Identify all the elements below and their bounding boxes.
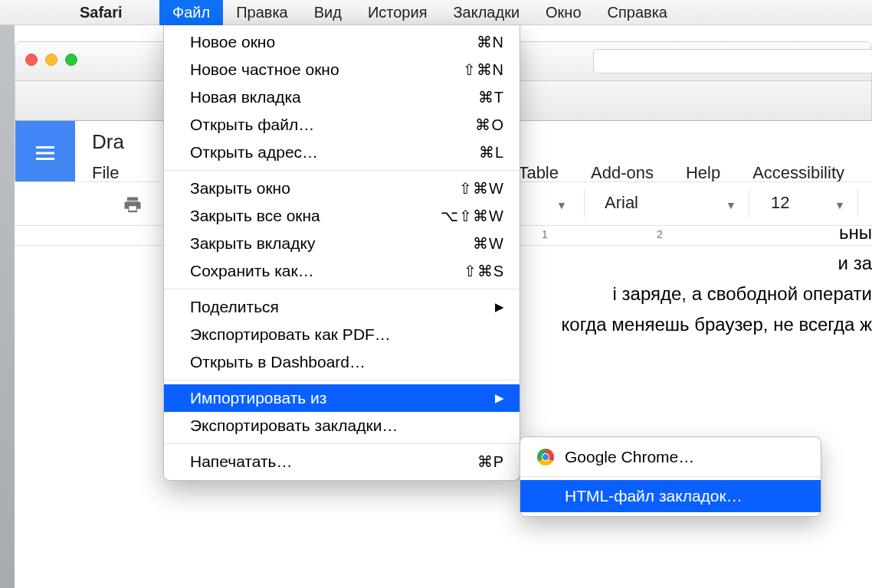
dropdown-arrow-icon[interactable]: ▼ — [726, 199, 736, 211]
window-traffic-lights — [25, 54, 77, 66]
menu-item-open-location[interactable]: Открыть адрес… ⌘L — [164, 139, 520, 166]
menu-item-open-file[interactable]: Открыть файл… ⌘O — [164, 111, 520, 139]
dropdown-arrow-icon[interactable]: ▼ — [556, 199, 567, 211]
window-zoom-button[interactable] — [65, 54, 77, 66]
toolbar-separator — [584, 190, 585, 217]
menu-item-close-all-windows[interactable]: Закрыть все окна ⌥⇧⌘W — [164, 202, 520, 230]
menubar-item-history[interactable]: История — [355, 0, 441, 25]
desktop-background-strip — [0, 25, 15, 588]
toolbar-separator — [749, 190, 749, 217]
menu-item-import-from[interactable]: Импортировать из ▶ — [164, 384, 520, 412]
toolbar-separator — [857, 190, 858, 217]
menu-item-shortcut: ⌘N — [477, 33, 504, 51]
svg-rect-0 — [36, 146, 54, 149]
menu-item-shortcut: ⌘T — [478, 88, 504, 106]
svg-rect-1 — [36, 152, 54, 155]
menu-item-export-bookmarks[interactable]: Экспортировать закладки… — [164, 412, 520, 439]
menu-item-shortcut: ⌘P — [477, 452, 504, 471]
ruler-mark: 1 — [542, 228, 548, 240]
menu-item-new-private-window[interactable]: Новое частное окно ⇧⌘N — [164, 56, 520, 83]
menu-item-shortcut: ⌥⇧⌘W — [441, 207, 504, 225]
text-line: и за — [838, 250, 872, 277]
gdoc-font-selector[interactable]: Arial — [605, 193, 638, 213]
menu-item-label: Напечатать… — [190, 452, 477, 471]
menu-item-label: Закрыть вкладку — [190, 234, 473, 253]
menu-separator — [164, 289, 520, 289]
menu-item-shortcut: ⌘O — [475, 116, 504, 134]
submenu-arrow-icon: ▶ — [495, 300, 504, 314]
text-line: когда меняешь браузер, не всегда ж — [562, 311, 872, 338]
print-icon[interactable] — [122, 194, 143, 214]
menu-separator — [164, 170, 520, 171]
menu-separator — [164, 443, 520, 444]
menu-item-close-window[interactable]: Закрыть окно ⇧⌘W — [164, 175, 520, 202]
menubar-app-name[interactable]: Safari — [80, 0, 123, 25]
ruler-mark: 2 — [657, 228, 663, 240]
menubar-item-view[interactable]: Вид — [301, 0, 355, 25]
menu-item-label: Новая вкладка — [190, 88, 478, 106]
menubar-item-window[interactable]: Окно — [533, 0, 594, 25]
submenu-item-label: Google Chrome… — [565, 448, 694, 466]
menu-item-label: Закрыть все окна — [190, 207, 441, 225]
menu-item-label: Новое частное окно — [190, 60, 463, 79]
text-line: ьны — [839, 219, 872, 247]
submenu-arrow-icon: ▶ — [495, 391, 504, 405]
mac-menubar: Safari Файл Правка Вид История Закладки … — [0, 0, 872, 25]
submenu-item-google-chrome[interactable]: Google Chrome… — [520, 441, 821, 473]
menu-item-label: Открыть адрес… — [190, 143, 479, 162]
menubar-items: Файл Правка Вид История Закладки Окно Сп… — [159, 0, 680, 25]
gdoc-fontsize-selector[interactable]: 12 — [771, 193, 789, 213]
menubar-item-file[interactable]: Файл — [159, 0, 223, 25]
menu-item-label: Открыть файл… — [190, 116, 475, 134]
submenu-item-label: HTML-файл закладок… — [565, 487, 743, 505]
file-menu-dropdown: Новое окно ⌘N Новое частное окно ⇧⌘N Нов… — [163, 25, 520, 481]
menu-item-shortcut: ⇧⌘W — [459, 179, 504, 198]
menu-item-print[interactable]: Напечатать… ⌘P — [164, 448, 520, 475]
menu-item-label: Открыть в Dashboard… — [190, 353, 504, 371]
menu-item-label: Новое окно — [190, 33, 477, 51]
gdoc-logo-icon[interactable] — [15, 121, 75, 185]
menu-item-share[interactable]: Поделиться ▶ — [164, 293, 520, 321]
menubar-item-bookmarks[interactable]: Закладки — [440, 0, 533, 25]
menu-item-new-tab[interactable]: Новая вкладка ⌘T — [164, 83, 520, 111]
menu-item-export-pdf[interactable]: Экспортировать как PDF… — [164, 321, 520, 348]
menu-item-save-as[interactable]: Сохранить как… ⇧⌘S — [164, 257, 520, 285]
menu-item-shortcut: ⇧⌘N — [463, 60, 504, 79]
menu-item-shortcut: ⌘W — [473, 234, 504, 253]
menu-item-label: Закрыть окно — [190, 179, 459, 198]
dropdown-arrow-icon[interactable]: ▼ — [834, 199, 845, 211]
chrome-icon — [537, 449, 554, 466]
submenu-item-html-bookmarks[interactable]: HTML-файл закладок… — [520, 480, 821, 512]
menu-item-shortcut: ⇧⌘S — [464, 262, 504, 280]
menu-separator — [164, 380, 520, 381]
menu-item-label: Экспортировать как PDF… — [190, 325, 504, 344]
import-from-submenu: Google Chrome… HTML-файл закладок… — [520, 436, 821, 517]
text-line: і заряде, а свободной операти — [613, 280, 872, 308]
window-close-button[interactable] — [25, 54, 38, 66]
menu-item-label: Сохранить как… — [190, 262, 464, 280]
menu-item-label: Экспортировать закладки… — [190, 416, 504, 435]
menu-item-shortcut: ⌘L — [479, 143, 504, 162]
svg-rect-2 — [36, 158, 54, 160]
apple-logo-icon[interactable] — [34, 0, 52, 25]
menu-item-open-dashboard[interactable]: Открыть в Dashboard… — [164, 348, 520, 376]
safari-address-bar[interactable] — [593, 49, 872, 74]
menubar-item-help[interactable]: Справка — [595, 0, 680, 25]
menu-item-close-tab[interactable]: Закрыть вкладку ⌘W — [164, 230, 520, 257]
menu-separator — [520, 476, 821, 477]
menu-item-label: Поделиться — [190, 298, 489, 316]
menu-item-label: Импортировать из — [190, 389, 489, 407]
menu-item-new-window[interactable]: Новое окно ⌘N — [164, 28, 520, 56]
window-minimize-button[interactable] — [45, 54, 57, 66]
menubar-item-edit[interactable]: Правка — [223, 0, 301, 25]
